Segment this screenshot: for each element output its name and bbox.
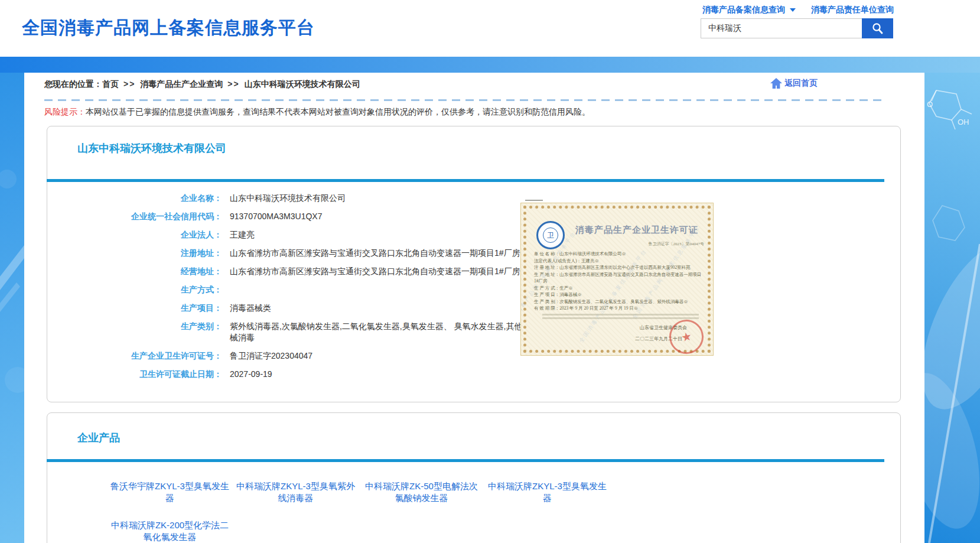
field-row: 企业名称：山东中科瑞沃环境技术有限公司 (57, 193, 537, 204)
title-underline (47, 179, 884, 182)
product-link[interactable]: 中科瑞沃牌ZKYL-3型臭氧紫外线消毒器 (235, 480, 356, 504)
top-header: 全国消毒产品网上备案信息服务平台 消毒产品备案信息查询消毒产品责任单位查询 (0, 0, 980, 57)
company-info-card: 山东中科瑞沃环境技术有限公司 企业名称：山东中科瑞沃环境技术有限公司 企业统一社… (47, 126, 901, 402)
page-title: 全国消毒产品网上备案信息服务平台 (22, 16, 315, 40)
field-value: 消毒器械类 (230, 303, 271, 314)
field-value: 王建亮 (230, 229, 255, 240)
home-icon (770, 77, 783, 89)
certificate-line: 生 产 地 址：山东省潍坊市高新区潍安路与宝通街交叉路口东北角自动变速器一期项目… (534, 271, 705, 285)
product-link[interactable]: 中科瑞沃牌ZK-200型化学法二氧化氯发生器 (109, 519, 230, 543)
field-label: 企业统一社会信用代码： (57, 211, 222, 222)
right-background: O OH (924, 73, 980, 543)
certificate-title: 消毒产品生产企业卫生许可证 (575, 225, 708, 236)
risk-notice: 风险提示：本网站仅基于已掌握的信息提供查询服务，查询结果不代表本网站对被查询对象… (44, 107, 590, 118)
field-label: 企业法人： (57, 229, 222, 240)
chemistry-decoration: O OH (924, 73, 980, 543)
hygiene-license-certificate-image: 全国消毒产品网上备案信息服务平台 全国消毒产品网上备案信息服务平台 全国消毒产品… (520, 203, 714, 356)
red-seal-icon: ★ (666, 317, 707, 356)
field-row: 注册地址：山东省潍坊市高新区潍安路与宝通街交叉路口东北角自动变速器一期项目1#厂… (57, 248, 537, 259)
field-row: 卫生许可证截止日期：2027-09-19 (57, 369, 537, 380)
field-label: 生产方式： (57, 284, 222, 295)
nav-link-record-info-query-label: 消毒产品备案信息查询 (702, 5, 785, 14)
caret-down-icon (790, 8, 796, 12)
field-label: 注册地址： (57, 248, 222, 259)
field-label: 生产类别： (57, 321, 222, 343)
field-row: 企业统一社会信用代码：91370700MA3M3U1QX7 (57, 211, 537, 222)
field-label: 经营地址： (57, 266, 222, 277)
field-value: 山东省潍坊市高新区潍安路与宝通街交叉路口东北角自动变速器一期项目1#厂房 (230, 248, 520, 259)
left-background-decoration (0, 73, 24, 543)
nav-link-responsible-unit-query[interactable]: 消毒产品责任单位查询 (811, 5, 894, 14)
product-link[interactable]: 鲁沃华宇牌ZKYL-3型臭氧发生器 (109, 480, 230, 504)
field-value: 鲁卫消证字202304047 (230, 350, 312, 362)
field-value: 山东省潍坊市高新区潍安路与宝通街交叉路口东北角自动变速器一期项目1#厂房 (230, 266, 520, 277)
header-band (0, 57, 980, 73)
product-list: 鲁沃华宇牌ZKYL-3型臭氧发生器 中科瑞沃牌ZKYL-3型臭氧紫外线消毒器 中… (109, 480, 617, 543)
breadcrumb-enterprise-query-link[interactable]: 消毒产品生产企业查询 (140, 79, 223, 89)
breadcrumb: 您现在的位置：首页>>消毒产品生产企业查询>>山东中科瑞沃环境技术有限公司 (44, 79, 360, 90)
risk-notice-text: 本网站仅基于已掌握的信息提供查询服务，查询结果不代表本网站对被查询对象信用状况的… (86, 107, 590, 116)
left-background (0, 73, 24, 543)
page: 全国消毒产品网上备案信息服务平台 消毒产品备案信息查询消毒产品责任单位查询 (0, 0, 980, 543)
search-input[interactable] (701, 18, 862, 38)
breadcrumb-separator: >> (123, 79, 135, 89)
company-name-title: 山东中科瑞沃环境技术有限公司 (77, 141, 226, 155)
leaf-graphic (924, 230, 980, 543)
field-row: 生产类别：紫外线消毒器,次氯酸钠发生器,二氧化氯发生器,臭氧发生器、 臭氧水发生… (57, 321, 537, 343)
products-card: 企业产品 鲁沃华宇牌ZKYL-3型臭氧发生器 中科瑞沃牌ZKYL-3型臭氧紫外线… (47, 412, 901, 543)
back-home-label: 返回首页 (784, 78, 818, 89)
breadcrumb-current-page: 山东中科瑞沃环境技术有限公司 (245, 79, 360, 89)
back-home-link[interactable]: 返回首页 (770, 77, 818, 89)
certificate-line: 注 册 地 址：山东省潍坊高新区玉清东街以北中心次干道以西高新大厦902室科苑 (534, 264, 705, 271)
certificate-line: 生 产 项 目：消毒器械※ (534, 291, 705, 298)
top-nav: 消毒产品备案信息查询消毒产品责任单位查询 (587, 5, 894, 15)
field-value: 紫外线消毒器,次氯酸钠发生器,二氧化氯发生器,臭氧发生器、 臭氧水发生器,其他器… (230, 321, 537, 343)
breadcrumb-home-link[interactable]: 首页 (102, 79, 119, 89)
field-label: 生产项目： (57, 303, 222, 314)
product-link[interactable]: 中科瑞沃牌ZK-50型电解法次氯酸钠发生器 (361, 480, 482, 504)
field-row: 生产企业卫生许可证号：鲁卫消证字202304047 (57, 350, 537, 362)
nav-link-record-info-query[interactable]: 消毒产品备案信息查询 (702, 5, 796, 14)
molecule-oh-label: OH (958, 118, 969, 126)
field-row: 企业法人：王建亮 (57, 229, 537, 240)
certificate-line: 法定代表人(或负责人)：王建亮※ (534, 258, 705, 265)
field-row: 生产项目：消毒器械类 (57, 303, 537, 314)
search-icon (871, 21, 885, 35)
health-commission-emblem-icon: 卫 (536, 221, 565, 249)
field-value: 2027-09-19 (230, 369, 272, 380)
certificate-line: 有 效 期 限：2023 年 9 月 20 日至 2027 年 9 月 19 日… (534, 305, 705, 312)
certificate-scan-edge (525, 200, 543, 201)
title-underline (47, 459, 884, 462)
field-row: 经营地址：山东省潍坊市高新区潍安路与宝通街交叉路口东北角自动变速器一期项目1#厂… (57, 266, 537, 277)
field-value: 91370700MA3M3U1QX7 (230, 211, 322, 222)
field-value: 山东中科瑞沃环境技术有限公司 (230, 193, 346, 204)
dashed-divider (44, 99, 884, 101)
certificate-number: 鲁卫消证字〔2023〕第04047号 (580, 241, 704, 247)
field-label: 企业名称： (57, 193, 222, 204)
product-link[interactable]: 中科瑞沃牌ZKYL-3型臭氧发生器 (487, 480, 608, 504)
risk-notice-label: 风险提示： (44, 107, 86, 116)
breadcrumb-separator: >> (227, 79, 239, 89)
breadcrumb-prefix: 您现在的位置： (44, 79, 102, 89)
certificate-line: 生 产 类 别：次氯酸钠发生器、二氧化氯发生器、臭氧发生器、紫外线消毒器※ (534, 298, 705, 305)
certificate-line: 单 位 名 称：山东中科瑞沃环境技术有限公司※ (534, 251, 705, 258)
certificate-line: 生 产 方 式：生产※ (534, 285, 705, 292)
products-card-title: 企业产品 (77, 431, 120, 445)
certificate-fine-print (534, 314, 705, 319)
search-button[interactable] (862, 18, 893, 38)
field-label: 卫生许可证截止日期： (57, 369, 222, 380)
certificate-body: 单 位 名 称：山东中科瑞沃环境技术有限公司※ 法定代表人(或负责人)：王建亮※… (534, 251, 705, 319)
field-row: 生产方式： (57, 284, 537, 295)
molecule-o-label: O (927, 100, 933, 109)
search-bar (701, 18, 893, 38)
company-fields: 企业名称：山东中科瑞沃环境技术有限公司 企业统一社会信用代码：91370700M… (57, 193, 537, 387)
field-label: 生产企业卫生许可证号： (57, 350, 222, 362)
